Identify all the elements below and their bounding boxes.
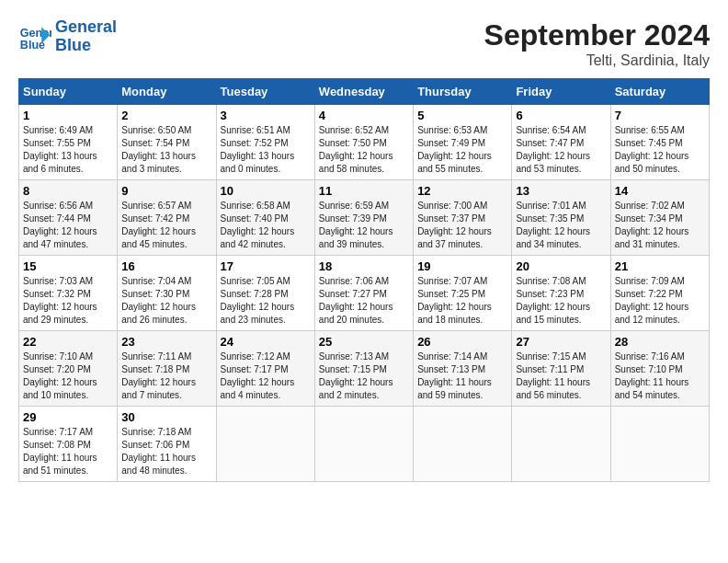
col-header-monday: Monday [118, 79, 216, 105]
daylight-text: Daylight: 11 hours and 51 minutes. [23, 453, 97, 476]
cell-info: Sunrise: 6:58 AMSunset: 7:40 PMDaylight:… [221, 200, 311, 251]
sunrise-text: Sunrise: 7:03 AM [23, 276, 93, 286]
daylight-text: Daylight: 12 hours and 55 minutes. [417, 151, 492, 174]
daylight-text: Daylight: 12 hours and 18 minutes. [417, 302, 492, 325]
cell-info: Sunrise: 6:57 AMSunset: 7:42 PMDaylight:… [121, 200, 211, 251]
sunset-text: Sunset: 7:20 PM [23, 364, 91, 374]
cell-info: Sunrise: 7:07 AMSunset: 7:25 PMDaylight:… [417, 275, 507, 327]
calendar-cell: 1Sunrise: 6:49 AMSunset: 7:55 PMDaylight… [19, 105, 118, 180]
calendar-cell: 4Sunrise: 6:52 AMSunset: 7:50 PMDaylight… [314, 105, 413, 180]
sunset-text: Sunset: 7:06 PM [121, 440, 189, 450]
day-number: 29 [23, 410, 113, 424]
cell-info: Sunrise: 7:10 AMSunset: 7:20 PMDaylight:… [23, 350, 113, 402]
day-number: 17 [221, 259, 311, 273]
sunset-text: Sunset: 7:15 PM [319, 364, 387, 374]
calendar-cell: 27Sunrise: 7:15 AMSunset: 7:11 PMDayligh… [512, 331, 610, 407]
calendar-cell [216, 407, 314, 482]
daylight-text: Daylight: 12 hours and 29 minutes. [23, 302, 97, 325]
calendar-cell: 25Sunrise: 7:13 AMSunset: 7:15 PMDayligh… [314, 331, 413, 407]
sunset-text: Sunset: 7:44 PM [23, 213, 91, 224]
calendar-cell: 28Sunrise: 7:16 AMSunset: 7:10 PMDayligh… [610, 331, 709, 407]
sunrise-text: Sunrise: 7:11 AM [121, 351, 191, 362]
sunset-text: Sunset: 7:27 PM [319, 289, 387, 299]
cell-info: Sunrise: 7:09 AMSunset: 7:22 PMDaylight:… [615, 275, 705, 327]
calendar-cell: 7Sunrise: 6:55 AMSunset: 7:45 PMDaylight… [610, 105, 709, 180]
cell-info: Sunrise: 7:12 AMSunset: 7:17 PMDaylight:… [221, 350, 311, 402]
day-number: 2 [121, 109, 211, 122]
sunset-text: Sunset: 7:17 PM [221, 364, 289, 374]
daylight-text: Daylight: 12 hours and 12 minutes. [615, 302, 689, 325]
header: General Blue General Blue September 2024… [18, 18, 710, 69]
daylight-text: Daylight: 12 hours and 53 minutes. [516, 151, 590, 174]
sunset-text: Sunset: 7:08 PM [23, 440, 91, 450]
cell-info: Sunrise: 7:17 AMSunset: 7:08 PMDaylight:… [23, 426, 113, 477]
calendar-cell [512, 407, 610, 482]
cell-info: Sunrise: 7:01 AMSunset: 7:35 PMDaylight:… [516, 200, 606, 251]
header-row: SundayMondayTuesdayWednesdayThursdayFrid… [19, 79, 710, 105]
cell-info: Sunrise: 6:49 AMSunset: 7:55 PMDaylight:… [23, 124, 113, 176]
sunrise-text: Sunrise: 7:04 AM [121, 276, 191, 286]
day-number: 11 [319, 184, 409, 198]
sunrise-text: Sunrise: 6:57 AM [121, 201, 191, 211]
logo: General Blue General Blue [18, 18, 117, 55]
cell-info: Sunrise: 7:16 AMSunset: 7:10 PMDaylight:… [615, 350, 705, 402]
cell-info: Sunrise: 7:08 AMSunset: 7:23 PMDaylight:… [516, 275, 606, 327]
daylight-text: Daylight: 12 hours and 4 minutes. [221, 377, 295, 400]
day-number: 20 [516, 259, 606, 273]
cell-info: Sunrise: 7:05 AMSunset: 7:28 PMDaylight:… [221, 275, 311, 327]
day-number: 24 [221, 335, 311, 349]
day-number: 22 [23, 335, 113, 349]
day-number: 21 [615, 259, 705, 273]
sunrise-text: Sunrise: 7:12 AM [221, 351, 290, 362]
daylight-text: Daylight: 12 hours and 31 minutes. [615, 226, 689, 249]
sunrise-text: Sunrise: 7:18 AM [121, 427, 191, 437]
daylight-text: Daylight: 11 hours and 56 minutes. [516, 377, 590, 400]
sunrise-text: Sunrise: 6:51 AM [221, 125, 290, 135]
calendar-cell: 11Sunrise: 6:59 AMSunset: 7:39 PMDayligh… [314, 180, 413, 256]
calendar-cell: 19Sunrise: 7:07 AMSunset: 7:25 PMDayligh… [414, 256, 512, 331]
cell-info: Sunrise: 7:11 AMSunset: 7:18 PMDaylight:… [121, 350, 211, 402]
cell-info: Sunrise: 6:55 AMSunset: 7:45 PMDaylight:… [615, 124, 705, 176]
day-number: 4 [319, 109, 409, 122]
col-header-wednesday: Wednesday [314, 79, 413, 105]
sunrise-text: Sunrise: 7:02 AM [615, 201, 685, 211]
calendar-cell: 14Sunrise: 7:02 AMSunset: 7:34 PMDayligh… [610, 180, 709, 256]
calendar-table: SundayMondayTuesdayWednesdayThursdayFrid… [18, 78, 710, 482]
day-number: 8 [23, 184, 113, 198]
sunrise-text: Sunrise: 6:58 AM [221, 201, 290, 211]
sunrise-text: Sunrise: 7:09 AM [615, 276, 685, 286]
cell-info: Sunrise: 6:53 AMSunset: 7:49 PMDaylight:… [417, 124, 507, 176]
daylight-text: Daylight: 12 hours and 42 minutes. [221, 226, 295, 249]
day-number: 12 [417, 184, 507, 198]
day-number: 9 [121, 184, 211, 198]
sunrise-text: Sunrise: 6:50 AM [121, 125, 191, 135]
cell-info: Sunrise: 6:52 AMSunset: 7:50 PMDaylight:… [319, 124, 409, 176]
day-number: 25 [319, 335, 409, 349]
calendar-cell: 16Sunrise: 7:04 AMSunset: 7:30 PMDayligh… [118, 256, 216, 331]
week-row-5: 29Sunrise: 7:17 AMSunset: 7:08 PMDayligh… [19, 407, 710, 482]
calendar-cell: 17Sunrise: 7:05 AMSunset: 7:28 PMDayligh… [216, 256, 314, 331]
sunset-text: Sunset: 7:22 PM [615, 289, 683, 299]
calendar-cell: 26Sunrise: 7:14 AMSunset: 7:13 PMDayligh… [414, 331, 512, 407]
sunset-text: Sunset: 7:40 PM [221, 213, 289, 224]
sunrise-text: Sunrise: 7:08 AM [516, 276, 586, 286]
sunset-text: Sunset: 7:18 PM [121, 364, 189, 374]
sunrise-text: Sunrise: 7:05 AM [221, 276, 290, 286]
daylight-text: Daylight: 12 hours and 58 minutes. [319, 151, 393, 174]
sunrise-text: Sunrise: 6:52 AM [319, 125, 389, 135]
day-number: 7 [615, 109, 705, 122]
day-number: 1 [23, 109, 113, 122]
sunset-text: Sunset: 7:32 PM [23, 289, 91, 299]
week-row-4: 22Sunrise: 7:10 AMSunset: 7:20 PMDayligh… [19, 331, 710, 407]
cell-info: Sunrise: 7:18 AMSunset: 7:06 PMDaylight:… [121, 426, 211, 477]
calendar-cell: 18Sunrise: 7:06 AMSunset: 7:27 PMDayligh… [314, 256, 413, 331]
sunset-text: Sunset: 7:47 PM [516, 138, 584, 148]
daylight-text: Daylight: 13 hours and 3 minutes. [121, 151, 196, 174]
day-number: 3 [221, 109, 311, 122]
day-number: 16 [121, 259, 211, 273]
cell-info: Sunrise: 6:50 AMSunset: 7:54 PMDaylight:… [121, 124, 211, 176]
day-number: 27 [516, 335, 606, 349]
daylight-text: Daylight: 12 hours and 26 minutes. [121, 302, 196, 325]
sunset-text: Sunset: 7:34 PM [615, 213, 683, 224]
cell-info: Sunrise: 6:54 AMSunset: 7:47 PMDaylight:… [516, 124, 606, 176]
